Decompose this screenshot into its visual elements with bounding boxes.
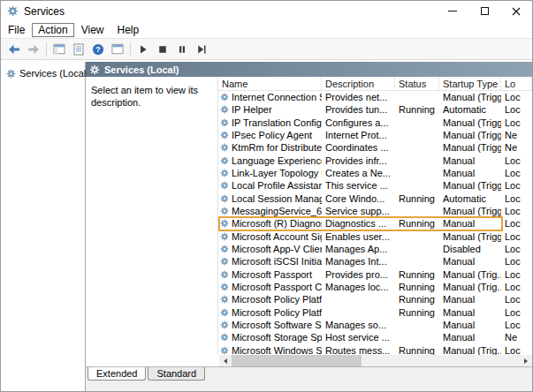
table-row[interactable]: Local Session Manager Core Windo... Runn… <box>218 192 532 205</box>
table-row[interactable]: Link-Layer Topology Discove... Creates a… <box>218 167 532 179</box>
restart-service-icon <box>196 44 207 55</box>
scroll-right-button[interactable] <box>520 355 532 366</box>
scroll-left-button[interactable] <box>219 355 232 366</box>
table-row[interactable]: Microsoft Policy Platform P... Running M… <box>218 306 532 319</box>
help-icon: ? <box>92 43 104 56</box>
table-row[interactable]: MessagingService_6c1b0 Service supp... M… <box>218 205 532 217</box>
table-row[interactable]: Microsoft Passport Container Manages loc… <box>218 281 532 293</box>
service-icon <box>220 181 229 190</box>
table-row[interactable]: IP Translation Configuration ... Configu… <box>218 117 532 129</box>
properties-window-button[interactable] <box>108 41 127 58</box>
service-description: Routes mess... <box>322 345 395 355</box>
service-icon <box>220 270 229 279</box>
service-log-on-as: Ne <box>501 332 532 343</box>
service-startup-type: Manual (Trig... <box>439 282 501 292</box>
service-log-on-as: Loc <box>501 104 532 115</box>
help-button[interactable]: ? <box>88 41 108 58</box>
service-description: Manages loc... <box>322 282 395 292</box>
service-log-on-as: Loc <box>501 345 532 355</box>
table-row[interactable]: Microsoft (R) Diagnostics Hu... Diagnost… <box>218 217 532 230</box>
service-name: Microsoft App-V Client <box>232 244 322 254</box>
menu-file[interactable]: File <box>2 23 31 37</box>
table-row[interactable]: Language Experience Service Provides inf… <box>218 155 532 167</box>
tab-extended[interactable]: Extended <box>88 367 146 381</box>
table-row[interactable]: IP Helper Provides tun... Running Automa… <box>218 103 532 116</box>
service-startup-type: Manual (Trigg... <box>439 92 501 102</box>
pause-service-icon <box>177 44 187 55</box>
close-icon <box>512 7 521 16</box>
service-description: Coordinates ... <box>322 142 395 153</box>
service-log-on-as: Loc <box>501 307 532 318</box>
show-console-tree-icon <box>53 43 65 55</box>
table-row[interactable]: Microsoft Software Shadow ... Manages so… <box>218 319 532 331</box>
table-row[interactable]: Microsoft App-V Client Manages Ap... Dis… <box>218 243 532 255</box>
tab-standard[interactable]: Standard <box>148 367 205 381</box>
menu-help[interactable]: Help <box>111 23 146 37</box>
table-row[interactable]: KtmRm for Distributed Trans... Coordinat… <box>218 141 532 154</box>
column-header-status[interactable]: Status <box>395 77 439 90</box>
column-header-log-on-as[interactable]: Lo <box>501 77 532 90</box>
stop-service-button[interactable] <box>153 41 172 58</box>
tree-item-services-local[interactable]: Services (Local) <box>1 66 85 80</box>
service-description: Manages so... <box>322 320 395 330</box>
toolbar: ? <box>1 38 532 60</box>
close-button[interactable] <box>500 1 532 21</box>
service-startup-type: Automatic <box>439 104 501 115</box>
table-row[interactable]: Local Profile Assistant Service This ser… <box>218 179 532 192</box>
service-startup-type: Manual (Trigg... <box>439 180 501 191</box>
scrollbar-thumb[interactable] <box>232 355 362 366</box>
column-header-startup-type[interactable]: Startup Type <box>439 77 501 90</box>
service-startup-type: Manual <box>439 307 501 318</box>
pause-service-button[interactable] <box>172 41 192 58</box>
table-row[interactable]: Microsoft iSCSI Initiator Serv Manages I… <box>218 255 532 268</box>
service-status: Running <box>395 294 439 305</box>
service-description: Provides net... <box>322 92 395 102</box>
main-pane: Services (Local) Select an item to view … <box>86 62 532 391</box>
services-node-icon <box>6 69 16 79</box>
service-startup-type: Manual (Trigg... <box>439 142 501 153</box>
minimize-button[interactable] <box>437 1 468 21</box>
bottom-strip <box>86 381 532 391</box>
table-row[interactable]: Microsoft Passport Provides pro... Runni… <box>218 268 532 281</box>
menu-view[interactable]: View <box>75 23 110 37</box>
restart-service-button[interactable] <box>192 41 211 58</box>
service-name: Microsoft Account Sign-in A... <box>232 231 322 242</box>
column-header-description[interactable]: Description <box>322 77 395 90</box>
service-status: Running <box>395 104 439 115</box>
table-row[interactable]: Internet Connection Sharing... Provides … <box>218 91 532 103</box>
description-placeholder-text: Select an item to view its description. <box>91 85 198 108</box>
tree-item-label: Services (Local) <box>19 68 89 79</box>
services-app-icon <box>7 5 19 17</box>
service-startup-type: Manual <box>439 332 501 343</box>
forward-button[interactable] <box>24 41 43 58</box>
back-button[interactable] <box>4 41 24 58</box>
service-startup-type: Manual <box>439 155 501 166</box>
service-name: IP Helper <box>232 104 272 115</box>
service-startup-type: Disabled <box>439 244 501 254</box>
service-log-on-as: Loc <box>501 282 532 292</box>
table-row[interactable]: Microsoft Account Sign-in A... Enables u… <box>218 230 532 243</box>
table-row[interactable]: Microsoft Windows SMS Ro... Routes mess.… <box>218 344 532 355</box>
table-row[interactable]: Microsoft Storage Spaces S Host service … <box>218 331 532 343</box>
service-description: Internet Prot... <box>322 130 395 140</box>
start-service-button[interactable] <box>133 41 153 58</box>
view-tabstrip: Extended Standard <box>86 366 532 381</box>
service-description: Diagnostics ... <box>322 218 395 229</box>
service-name: Microsoft Policy Platform P... <box>232 307 322 318</box>
service-description: Provides pro... <box>322 269 395 280</box>
toolbar-separator <box>130 42 131 57</box>
menu-action[interactable]: Action <box>32 23 73 37</box>
horizontal-scrollbar[interactable] <box>219 355 532 366</box>
column-header-name[interactable]: Name <box>218 77 322 90</box>
table-row[interactable]: IPsec Policy Agent Internet Prot... Manu… <box>218 129 532 141</box>
export-list-button[interactable] <box>69 41 88 58</box>
maximize-button[interactable] <box>468 1 500 21</box>
service-icon <box>220 333 229 342</box>
service-name: Link-Layer Topology Discove... <box>232 168 322 178</box>
service-name: Microsoft (R) Diagnostics Hu... <box>232 218 322 229</box>
show-console-tree-button[interactable] <box>49 41 69 58</box>
table-row[interactable]: Microsoft Policy Platform Lo... Running … <box>218 293 532 305</box>
service-description: Core Windo... <box>322 193 395 204</box>
scrollbar-track[interactable] <box>232 355 520 366</box>
service-icon <box>220 169 229 177</box>
